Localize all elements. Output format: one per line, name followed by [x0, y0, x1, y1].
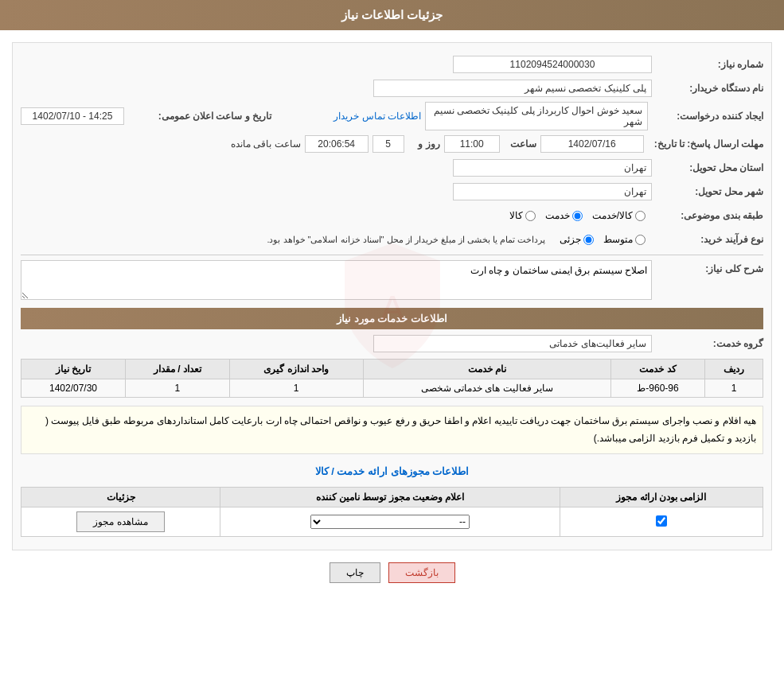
- category-label: طبقه بندی موضوعی:: [652, 210, 763, 221]
- created-by-label: ایجاد کننده درخواست:: [652, 111, 763, 122]
- category-radio-group: کالا/خدمت خدمت کالا: [509, 210, 646, 221]
- col-license-details: جزئیات: [21, 488, 220, 507]
- delivery-province-value: تهران: [453, 159, 652, 177]
- remaining-label: روز و: [408, 138, 440, 150]
- cell-license-status: --: [220, 507, 560, 537]
- buyer-station-value: پلی کلینیک تخصصی نسیم شهر: [373, 80, 652, 97]
- category-radio-goods[interactable]: [525, 211, 536, 221]
- col-service-name: نام خدمت: [363, 360, 611, 379]
- purchase-note: پرداخت تمام یا بخشی از مبلغ خریدار از مح…: [267, 235, 545, 245]
- category-row: طبقه بندی موضوعی: کالا/خدمت خدمت کالا: [21, 205, 763, 226]
- cell-quantity: 1: [126, 379, 230, 398]
- buyer-desc-value: هیه افلام و نصب واجرای سیستم برق ساختمان…: [21, 406, 763, 454]
- purchase-type-radio-group: متوسط جزئی: [560, 234, 646, 245]
- remaining-suffix: ساعت باقی مانده: [231, 138, 301, 150]
- purchase-label-medium: متوسط: [603, 234, 633, 245]
- cell-unit: 1: [229, 379, 363, 398]
- purchase-option-partial[interactable]: جزئی: [560, 234, 594, 245]
- category-option-goods[interactable]: کالا: [509, 210, 536, 221]
- delivery-city-value: تهران: [453, 183, 652, 200]
- main-form-area: A شماره نیاز: 1102094524000030 نام دستگا…: [12, 42, 772, 550]
- send-time-label: ساعت: [504, 138, 536, 150]
- col-license-required: الزامی بودن ارائه مجوز: [560, 488, 763, 507]
- delivery-city-label: شهر محل تحویل:: [652, 186, 763, 197]
- buyer-station-row: نام دستگاه خریدار: پلی کلینیک تخصصی نسیم…: [21, 78, 763, 99]
- cell-service-code: 960-96-ط: [611, 379, 705, 398]
- service-group-label: گروه خدمت:: [652, 338, 763, 349]
- cell-service-name: سایر فعالیت های خدماتی شخصی: [363, 379, 611, 398]
- page-container: جزئیات اطلاعات نیاز A شماره نیاز: 110209…: [0, 0, 784, 696]
- buyer-station-label: نام دستگاه خریدار:: [652, 83, 763, 94]
- general-desc-row: شرح کلی نیاز: اصلاح سیستم برق ایمنی ساخت…: [21, 260, 763, 300]
- purchase-type-label: نوع فرآیند خرید:: [652, 234, 763, 245]
- purchase-radio-partial[interactable]: [583, 235, 594, 245]
- announce-date-label: تاریخ و ساعت اعلان عمومی:: [128, 111, 271, 122]
- purchase-type-row: نوع فرآیند خرید: متوسط جزئی پرداخت تمام …: [21, 229, 763, 250]
- license-status-select[interactable]: --: [310, 515, 470, 529]
- created-by-row: ایجاد کننده درخواست: سعید خوش احوال کارب…: [21, 102, 763, 130]
- col-need-date: تاریخ نیاز: [21, 360, 126, 379]
- license-required-checkbox[interactable]: [656, 515, 667, 527]
- license-table: الزامی بودن ارائه مجوز اعلام وضعیت مجوز …: [21, 487, 763, 537]
- general-desc-label: شرح کلی نیاز:: [652, 260, 763, 274]
- services-table-row: 1 960-96-ط سایر فعالیت های خدماتی شخصی 1…: [21, 379, 763, 398]
- category-radio-service[interactable]: [572, 211, 583, 221]
- service-group-value: سایر فعالیت‌های خدماتی: [373, 335, 652, 352]
- contact-link[interactable]: اطلاعات تماس خریدار: [333, 111, 421, 122]
- col-unit: واحد اندازه گیری: [229, 360, 363, 379]
- category-option-goods-services[interactable]: کالا/خدمت: [592, 210, 646, 221]
- general-desc-textarea[interactable]: اصلاح سیستم برق ایمنی ساختمان و چاه ارت: [21, 260, 652, 300]
- send-deadline-row: مهلت ارسال پاسخ: تا تاریخ: 1402/07/16 سا…: [21, 134, 763, 154]
- category-label-goods-services: کالا/خدمت: [592, 210, 633, 221]
- view-license-button[interactable]: مشاهده مجوز: [76, 511, 164, 532]
- cell-license-details: مشاهده مجوز: [21, 507, 220, 537]
- category-option-service[interactable]: خدمت: [545, 210, 583, 221]
- divider-1: [21, 255, 763, 255]
- category-radio-goods-services[interactable]: [635, 211, 646, 221]
- col-quantity: تعداد / مقدار: [126, 360, 230, 379]
- send-date-value: 1402/07/16: [540, 135, 644, 153]
- page-title: جزئیات اطلاعات نیاز: [341, 8, 443, 21]
- col-license-status: اعلام وضعیت مجوز توسط نامین کننده: [220, 488, 560, 507]
- remaining-days: 5: [372, 135, 404, 153]
- purchase-label-partial: جزئی: [560, 234, 581, 245]
- delivery-province-row: استان محل تحویل: تهران: [21, 157, 763, 178]
- services-table: ردیف کد خدمت نام خدمت واحد اندازه گیری ت…: [21, 359, 763, 398]
- service-group-row: گروه خدمت: سایر فعالیت‌های خدماتی: [21, 333, 763, 354]
- license-section-link[interactable]: اطلاعات مجوزهای ارائه خدمت / کالا: [21, 461, 763, 482]
- cell-need-date: 1402/07/30: [21, 379, 126, 398]
- col-service-code: کد خدمت: [611, 360, 705, 379]
- need-number-value: 1102094524000030: [453, 56, 652, 73]
- remaining-time: 20:06:54: [305, 135, 369, 153]
- send-date-label: مهلت ارسال پاسخ: تا تاریخ:: [648, 138, 763, 150]
- delivery-city-row: شهر محل تحویل: تهران: [21, 181, 763, 202]
- cell-row-num: 1: [704, 379, 763, 398]
- print-button[interactable]: چاپ: [330, 562, 380, 583]
- send-time-value: 11:00: [444, 135, 500, 153]
- content-area: A شماره نیاز: 1102094524000030 نام دستگا…: [0, 30, 784, 591]
- col-row-num: ردیف: [704, 360, 763, 379]
- buyer-desc-container: هیه افلام و نصب واجرای سیستم برق ساختمان…: [21, 402, 763, 457]
- announce-date-value: 1402/07/10 - 14:25: [21, 107, 124, 125]
- purchase-option-medium[interactable]: متوسط: [603, 234, 646, 245]
- category-label-goods: کالا: [509, 210, 523, 221]
- back-button[interactable]: بازگشت: [388, 562, 455, 583]
- bottom-buttons: بازگشت چاپ: [12, 562, 772, 583]
- license-table-row: -- مشاهده مجوز: [21, 507, 763, 537]
- category-label-service: خدمت: [545, 210, 570, 221]
- cell-license-required: [560, 507, 763, 537]
- created-by-value: سعید خوش احوال کاربرداز پلی کلینیک تخصصی…: [425, 102, 648, 130]
- purchase-radio-medium[interactable]: [635, 235, 646, 245]
- need-number-label: شماره نیاز:: [652, 59, 763, 70]
- need-number-row: شماره نیاز: 1102094524000030: [21, 54, 763, 75]
- delivery-province-label: استان محل تحویل:: [652, 162, 763, 173]
- services-section-header: اطلاعات خدمات مورد نیاز: [21, 308, 763, 329]
- page-header: جزئیات اطلاعات نیاز: [0, 0, 784, 30]
